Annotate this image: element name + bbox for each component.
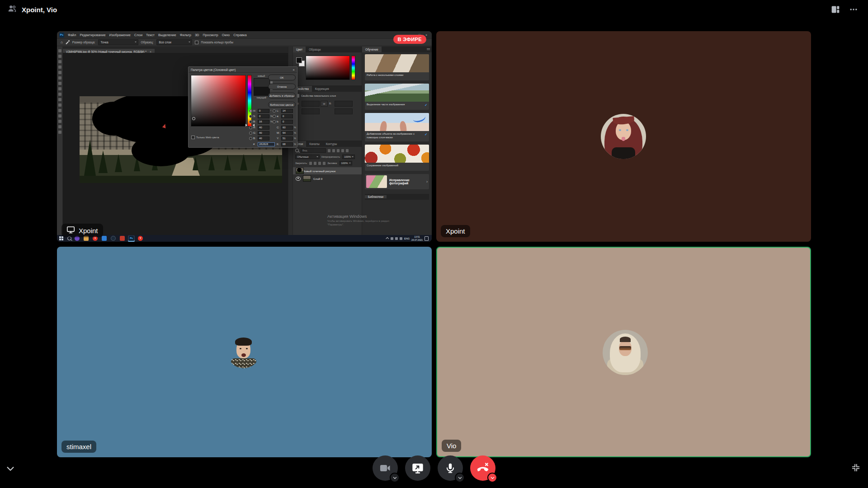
collapse-chevron-button[interactable] xyxy=(5,464,15,475)
taskbar-app-steam xyxy=(110,235,117,242)
live-badge: В ЭФИРЕ xyxy=(393,35,426,44)
current-color-label: текущий xyxy=(252,96,270,99)
properties-header: Свойства пиксельного слоя xyxy=(296,94,336,98)
tray-network-icon xyxy=(400,237,402,240)
video-tile-screenshare[interactable]: Ps Файл Редактирование Изображение Слои … xyxy=(57,31,432,242)
tutorial-card: Сохранение изображений xyxy=(365,145,429,171)
search-icon xyxy=(295,149,299,152)
video-tile-xpoint[interactable]: Xpoint xyxy=(436,31,811,242)
photoshop-screenshare: Ps Файл Редактирование Изображение Слои … xyxy=(57,31,432,242)
hangup-button[interactable] xyxy=(470,455,495,481)
participant-name: stimaxel xyxy=(61,441,96,453)
hue-slider-arrow xyxy=(245,124,249,127)
layers-filter-row: Вид xyxy=(293,147,362,154)
layer-filter-field: Вид xyxy=(301,148,326,153)
window-close-icon: × xyxy=(425,33,427,37)
dialog-title: Палитра цветов (Основной цвет) xyxy=(191,68,236,71)
field-row-s: S:0% xyxy=(249,114,273,118)
menu-item: Файл xyxy=(68,33,76,37)
home-icon: ⌂ xyxy=(61,40,63,44)
layer-visibility-icon xyxy=(296,177,301,181)
color-panel: Цвет Образцы xyxy=(293,47,362,85)
avatar xyxy=(227,336,260,368)
tab-color: Цвет xyxy=(293,47,306,52)
tutorial-card: Работа с несколькими слоями xyxy=(365,54,429,80)
sample-size-label: Размер образца: xyxy=(72,41,95,44)
taskbar-clock: 13:51 24.07.2021 xyxy=(411,235,423,242)
system-tray: ENG 13:51 24.07.2021 xyxy=(387,235,429,242)
ps-menu: Файл Редактирование Изображение Слои Тек… xyxy=(68,33,247,37)
panel-menu-icon xyxy=(427,48,430,49)
ok-button: OK xyxy=(268,75,296,80)
libraries-panel-tab: Библиотеки xyxy=(365,194,429,200)
color-panel-gradient xyxy=(306,56,350,80)
ps-document-tabbar: V3MH6PWkl.jpg @ 50% (Новый точечный рису… xyxy=(63,47,288,53)
field-row-b2: B:40 xyxy=(249,136,269,141)
more-options-button[interactable] xyxy=(849,5,858,14)
completed-check-icon: ✓ xyxy=(425,132,427,136)
windows-taskbar: Y Ps Y ENG 13:51 24.07.2021 xyxy=(57,235,432,242)
video-tile-vio-speaking[interactable]: Vio xyxy=(436,247,811,457)
y-field xyxy=(335,108,353,114)
hue-slider xyxy=(247,75,252,127)
taskbar-app-photoshop: Ps xyxy=(128,235,135,242)
color-libraries-button: Библиотеки цветов xyxy=(268,102,296,108)
link-dimensions-icon: ∞ xyxy=(321,101,328,107)
tray-volume-icon xyxy=(391,237,393,240)
language-indicator: ENG xyxy=(404,237,410,240)
photoshop-logo: Ps xyxy=(59,33,64,38)
show-ring-checkbox xyxy=(195,41,198,44)
layout-grid-button[interactable] xyxy=(831,5,840,14)
field-row-c: C:60% xyxy=(273,125,296,130)
cancel-button: Отмена xyxy=(268,84,296,89)
current-color-swatch xyxy=(254,87,270,96)
participant-name: Vio xyxy=(442,440,461,452)
field-row-m: M:54% xyxy=(273,131,296,135)
tutorial-thumbnail xyxy=(365,113,429,131)
chevron-right-icon: › xyxy=(426,179,428,184)
menu-item: Просмотр xyxy=(203,33,218,37)
tutorial-thumbnail xyxy=(365,54,429,72)
avatar xyxy=(603,330,648,375)
video-tile-stimaxel[interactable]: stimaxel xyxy=(57,247,432,457)
menu-item: Выделение xyxy=(158,33,176,37)
lock-label: Закрепить: xyxy=(295,162,307,164)
group-dm-icon xyxy=(7,4,17,15)
microphone-options-chevron[interactable] xyxy=(455,473,465,483)
web-only-checkbox xyxy=(191,136,195,139)
camera-options-chevron[interactable] xyxy=(390,473,400,483)
menu-item: Слои xyxy=(134,33,142,37)
menu-item: Окно xyxy=(222,33,230,37)
sample-dropdown: Все слои xyxy=(156,39,192,45)
opacity-label: Непрозрачность: xyxy=(321,155,340,158)
microphone-button[interactable] xyxy=(438,455,463,481)
completed-check-icon: ✓ xyxy=(425,103,427,107)
fill-dropdown: 100% xyxy=(340,161,352,165)
lock-row: Закрепить: Заливка: 100% xyxy=(293,160,362,166)
field-row-a: a:0 xyxy=(273,114,293,118)
web-only-checkbox-row: Только Web-цвета xyxy=(191,136,219,139)
height-field xyxy=(335,101,353,107)
menu-item: 3D xyxy=(195,33,199,37)
exit-fullscreen-button[interactable] xyxy=(851,463,861,474)
tutorial-card: Добавление объекта на изображение с помо… xyxy=(365,113,429,141)
tab-adjustments: Коррекция xyxy=(312,86,332,92)
call-window: Xpoint, Vio Ps Файл Редактирование Изобр… xyxy=(0,0,868,488)
screen-share-button[interactable] xyxy=(405,455,430,481)
ps-options-bar: ⌂ Размер образца: Точка Образец: Все сло… xyxy=(57,38,432,46)
tab-channels: Каналы xyxy=(306,141,322,147)
menu-item: Фильтр xyxy=(180,33,191,37)
field-row-l: L:14 xyxy=(273,108,293,113)
fix-photos-thumbnail xyxy=(366,175,387,188)
field-row-g: G:40 xyxy=(249,131,269,135)
avatar xyxy=(601,114,646,159)
color-panel-hue-strip xyxy=(351,56,355,80)
participant-name: Xpoint xyxy=(441,225,470,237)
hangup-options-chevron[interactable] xyxy=(487,473,497,483)
notification-center-icon xyxy=(425,236,429,241)
camera-button[interactable] xyxy=(373,455,398,481)
layer-thumbnail xyxy=(303,175,311,182)
black-paint-stroke xyxy=(92,102,135,136)
ps-menubar: Ps Файл Редактирование Изображение Слои … xyxy=(57,31,432,38)
saturation-brightness-field xyxy=(191,75,246,127)
